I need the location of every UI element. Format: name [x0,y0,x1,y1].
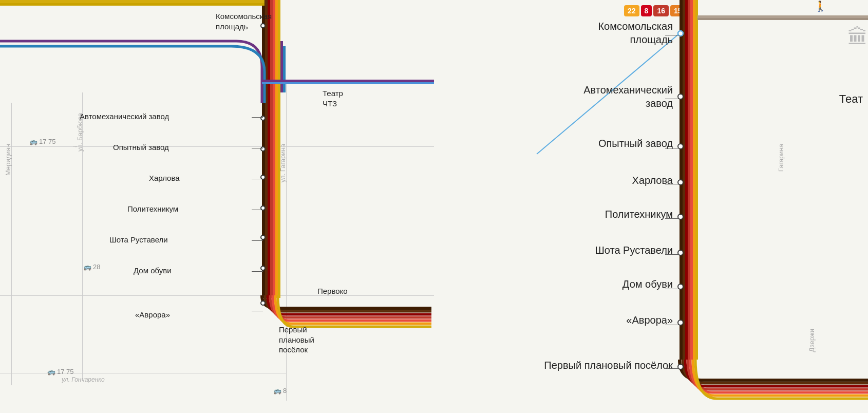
right-panel: 22 8 16 15 6 Теат 🚶 🏛 [434,0,868,413]
svg-rect-7 [280,41,283,92]
svg-rect-12 [262,82,434,84]
svg-rect-3 [270,0,273,298]
station-komsomolskaya-left: Комсомольская площадь [216,11,272,31]
svg-rect-11 [262,80,434,82]
station-avtomekh-left: Автомеханический завод [80,112,169,121]
station-opytny-right: Опытный завод [598,138,673,149]
left-panel: Меридиан ул. Барбюса ул. Гагарина → ← 🚌 … [0,0,434,413]
svg-rect-9 [0,0,265,3]
rdash-dom-obuvi [665,289,680,289]
station-shota-left: Шота Руставели [109,235,168,244]
station-komsomolskaya-right: Комсомольскаяплощадь [598,20,673,46]
svg-rect-23 [685,0,688,360]
svg-rect-8 [283,46,286,92]
rdash-shota [665,254,680,255]
svg-rect-22 [683,0,685,360]
map-container: Меридиан ул. Барбюса ул. Гагарина → ← 🚌 … [0,0,868,413]
svg-rect-25 [690,0,693,360]
station-polytechnikum-right: Политехникум [605,209,673,220]
svg-rect-2 [268,0,270,298]
svg-rect-28 [697,15,868,18]
dash-avrora [252,311,263,311]
rdash-opytny [665,148,680,148]
svg-rect-5 [275,0,278,298]
station-pervoko-left: Первоко [317,287,348,295]
route-lines-right [434,0,868,413]
dash-avtomekh [252,117,263,118]
station-avrora-left: «Аврора» [135,310,170,319]
svg-rect-6 [278,0,280,298]
station-opytny-left: Опытный завод [113,143,169,152]
route-lines-left [0,0,434,413]
station-dom-obuvi-left: Дом обуви [134,266,172,275]
svg-point-19 [261,266,265,270]
station-polytechnikum-left: Политехникум [127,204,178,213]
station-teatr-left: Театр ЧТЗ [323,88,343,108]
dash-dom-obuvi [252,271,263,272]
rdash-avtomekh [665,99,680,99]
dash-shota [252,240,263,241]
dash-kharlova [252,179,263,179]
svg-rect-10 [0,3,265,6]
svg-rect-24 [688,0,690,360]
svg-rect-4 [273,0,275,298]
station-shota-right: Шота Руставели [595,245,673,256]
station-kharlova-right: Харлова [632,175,673,186]
station-avtomekh-right: Автомеханическийзавод [583,83,673,110]
rdash-polytechnikum [665,218,680,219]
svg-rect-27 [695,0,698,360]
street-label-gagarina-right: Гагарина [777,144,785,172]
station-perviy-planoviy-right: Первый плановый посёлок [544,360,673,371]
station-kharlova-left: Харлова [149,174,180,182]
rdash-avrora [665,325,680,325]
street-label-dzerzhinsky-right: Дзержи [808,329,816,352]
svg-point-18 [261,235,265,239]
svg-rect-29 [697,18,868,20]
svg-rect-26 [693,0,695,360]
dash-polytechnikum [252,210,263,210]
rdash-kharlova [665,184,680,184]
station-perviy-planoviy-left: Первый плановый посёлок [279,325,314,355]
svg-point-20 [261,301,265,305]
rdash-perviy [665,368,680,369]
dash-opytny [252,148,263,148]
rdash-komsomolskaya [665,35,680,35]
